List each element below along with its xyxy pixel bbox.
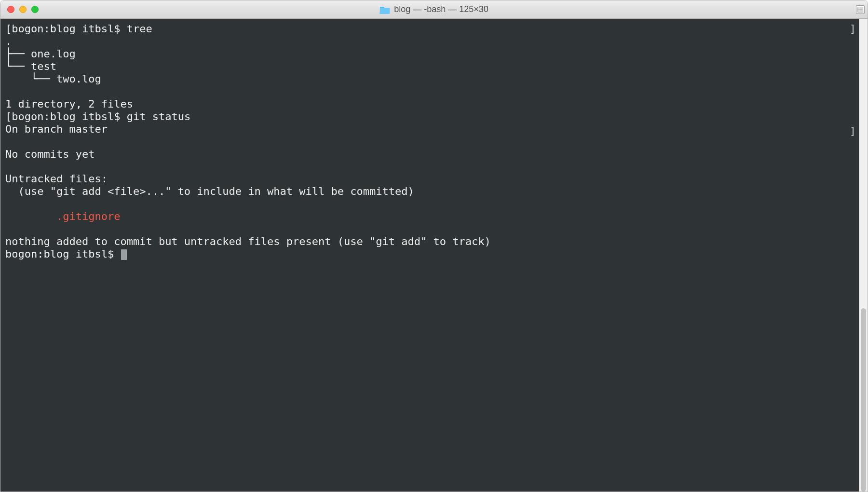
git-untracked-file: .gitignore (5, 210, 120, 222)
minimize-button[interactable] (19, 6, 27, 13)
tree-output: ├── one.log (5, 48, 76, 60)
tree-summary: 1 directory, 2 files (5, 98, 133, 110)
command-text: tree (127, 23, 152, 35)
titlebar-panes-icon[interactable] (856, 5, 865, 14)
window-title-text: blog — -bash — 125×30 (394, 4, 488, 14)
scroll-thumb[interactable] (861, 308, 866, 492)
cursor (121, 249, 127, 260)
terminal-content[interactable]: ]][bogon:blog itbsl$ tree . ├── one.log … (0, 19, 859, 492)
git-output: No commits yet (5, 148, 95, 160)
prompt: [bogon:blog itbsl$ (5, 23, 127, 35)
vertical-scrollbar[interactable] (859, 19, 868, 492)
window-title: blog — -bash — 125×30 (380, 4, 488, 14)
prompt: [bogon:blog itbsl$ (5, 110, 127, 123)
command-text: git status (127, 110, 190, 123)
window-titlebar[interactable]: blog — -bash — 125×30 (0, 0, 868, 19)
git-output: nothing added to commit but untracked fi… (5, 235, 491, 247)
git-output: On branch master (5, 123, 108, 135)
git-output: Untracked files: (5, 173, 108, 185)
line-wrap-bracket: ] (850, 125, 856, 137)
line-wrap-bracket: ] (850, 23, 856, 35)
tree-output: └── two.log (5, 73, 101, 85)
git-output: (use "git add <file>..." to include in w… (5, 185, 414, 197)
terminal-area[interactable]: ]][bogon:blog itbsl$ tree . ├── one.log … (0, 19, 868, 492)
tree-output: . (5, 35, 12, 47)
tree-output: └── test (5, 60, 56, 72)
traffic-lights (0, 6, 39, 13)
zoom-button[interactable] (31, 6, 39, 13)
terminal-window: blog — -bash — 125×30 ]][bogon:blog itbs… (0, 0, 868, 492)
close-button[interactable] (7, 6, 14, 13)
prompt: bogon:blog itbsl$ (5, 248, 120, 260)
folder-icon (380, 5, 390, 14)
